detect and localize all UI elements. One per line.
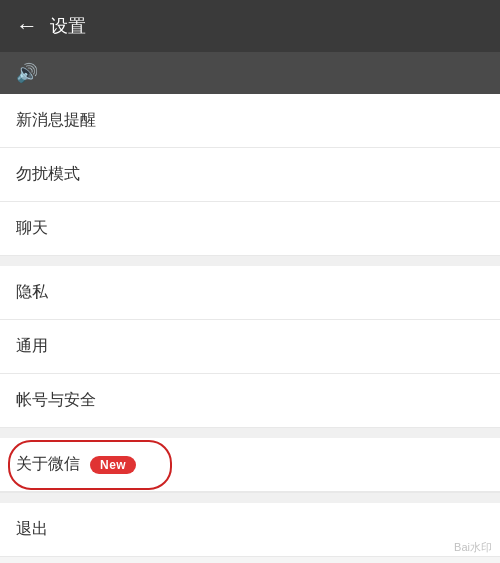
page-title: 设置 bbox=[50, 14, 86, 38]
menu-item-label: 通用 bbox=[16, 336, 48, 357]
notification-section: 🔊 新消息提醒 勿扰模式 聊天 bbox=[0, 52, 500, 256]
menu-item-label: 帐号与安全 bbox=[16, 390, 96, 411]
logout-label: 退出 bbox=[16, 519, 48, 540]
menu-item-label: 勿扰模式 bbox=[16, 164, 80, 185]
menu-item-dnd[interactable]: 勿扰模式 bbox=[0, 148, 500, 202]
header: ← 设置 bbox=[0, 0, 500, 52]
menu-item-general[interactable]: 通用 bbox=[0, 320, 500, 374]
menu-item-privacy[interactable]: 隐私 bbox=[0, 266, 500, 320]
separator-3 bbox=[0, 493, 500, 503]
menu-item-label: 隐私 bbox=[16, 282, 48, 303]
settings-page: ← 设置 🔊 新消息提醒 勿扰模式 聊天 隐私 通用 帐号与安全 关 bbox=[0, 0, 500, 563]
menu-item-logout[interactable]: 退出 bbox=[0, 503, 500, 556]
about-section: 关于微信 New bbox=[0, 438, 500, 493]
back-button[interactable]: ← bbox=[16, 15, 38, 37]
menu-item-account-security[interactable]: 帐号与安全 bbox=[0, 374, 500, 427]
menu-item-new-message[interactable]: 新消息提醒 bbox=[0, 94, 500, 148]
menu-item-label: 新消息提醒 bbox=[16, 110, 96, 131]
about-wechat-label: 关于微信 bbox=[16, 454, 80, 475]
general-section: 隐私 通用 帐号与安全 bbox=[0, 266, 500, 428]
menu-item-label: 聊天 bbox=[16, 218, 48, 239]
separator-2 bbox=[0, 428, 500, 438]
menu-item-chat[interactable]: 聊天 bbox=[0, 202, 500, 255]
notification-section-header: 🔊 bbox=[0, 52, 500, 94]
menu-item-about-wechat[interactable]: 关于微信 New bbox=[0, 438, 500, 492]
separator-1 bbox=[0, 256, 500, 266]
logout-section: 退出 bbox=[0, 503, 500, 557]
watermark: Bai水印 bbox=[454, 540, 492, 555]
new-badge: New bbox=[90, 456, 136, 474]
speaker-icon: 🔊 bbox=[16, 62, 38, 84]
